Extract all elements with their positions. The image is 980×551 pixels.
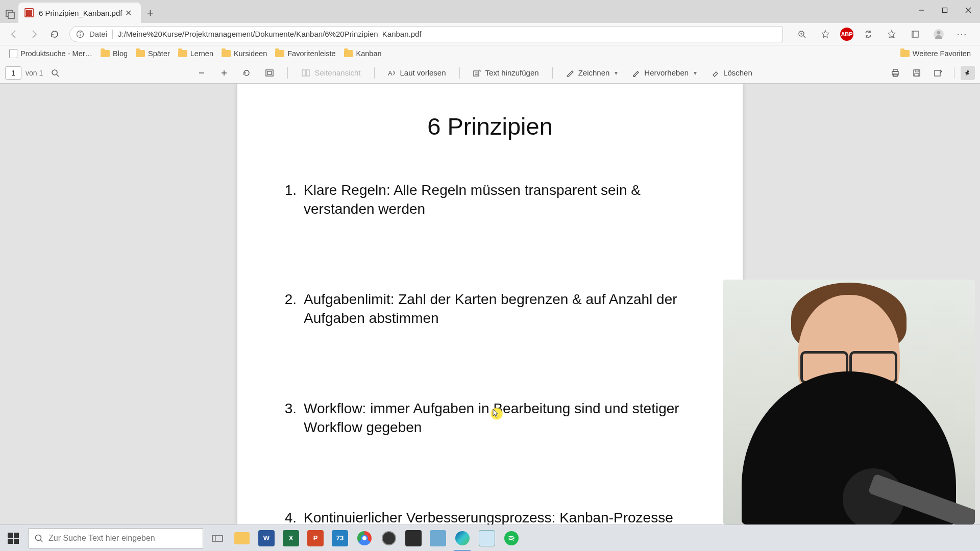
- list-item: 1.Klare Regeln: Alle Regeln müssen trans…: [283, 181, 697, 219]
- page-total: von 1: [26, 69, 43, 77]
- svg-point-17: [937, 31, 941, 34]
- page-icon: [9, 49, 17, 58]
- url-protocol: Datei: [89, 30, 107, 38]
- pdf-toolbar: von 1 Seitenansicht A Laut vorlesen Text…: [0, 62, 980, 84]
- bookmark-item[interactable]: Lernen: [174, 47, 217, 60]
- print-button[interactable]: [886, 65, 905, 81]
- fit-button[interactable]: [260, 66, 279, 80]
- browser-tab[interactable]: 6 Prinzipien_Kanban.pdf ✕: [18, 3, 141, 23]
- folder-icon: [344, 50, 353, 57]
- favorites-icon[interactable]: [883, 26, 900, 43]
- bookmark-item[interactable]: Produktsuche - Mer…: [5, 47, 96, 60]
- taskbar-app-excel[interactable]: X: [279, 525, 303, 552]
- svg-point-40: [36, 535, 41, 540]
- spotify-icon: [504, 531, 519, 545]
- bookmark-label: Favoritenleiste: [287, 49, 335, 58]
- taskbar-app-word[interactable]: W: [254, 525, 279, 552]
- taskbar-app-edge[interactable]: [450, 525, 475, 552]
- new-tab-button[interactable]: +: [141, 7, 159, 20]
- bookmarks-overflow[interactable]: Weitere Favoriten: [896, 47, 975, 60]
- tab-actions-icon[interactable]: [5, 9, 15, 19]
- pdf-page: 6 Prinzipien 1.Klare Regeln: Alle Regeln…: [237, 84, 743, 524]
- erase-button[interactable]: Löschen: [706, 65, 757, 80]
- taskbar-app-explorer[interactable]: [230, 525, 254, 552]
- taskbar-app-spotify[interactable]: [499, 525, 524, 552]
- word-icon: W: [258, 530, 275, 546]
- powerpoint-icon: P: [307, 530, 324, 546]
- app2-icon: [430, 530, 446, 546]
- svg-rect-8: [80, 34, 80, 36]
- back-button[interactable]: [5, 26, 22, 43]
- item-number: 2.: [283, 290, 297, 328]
- collections-icon[interactable]: [906, 26, 924, 43]
- rotate-button[interactable]: [237, 66, 256, 80]
- address-bar[interactable]: Datei J:/Meine%20Kurse/Projektmanagement…: [69, 26, 783, 42]
- start-button[interactable]: [0, 525, 27, 552]
- page-number-input[interactable]: [5, 66, 21, 80]
- bookmarks-overflow-label: Weitere Favoriten: [913, 49, 971, 58]
- highlight-button[interactable]: Hervorheben ▾: [627, 65, 702, 80]
- taskbar-app-eclipse[interactable]: 73: [328, 525, 352, 552]
- bookmark-label: Blog: [113, 49, 128, 58]
- find-button[interactable]: [46, 66, 64, 80]
- bookmark-item[interactable]: Kanban: [340, 47, 386, 60]
- svg-line-19: [57, 74, 59, 77]
- folder-icon: [178, 50, 187, 57]
- reload-button[interactable]: [46, 26, 63, 43]
- svg-point-7: [80, 32, 81, 33]
- taskbar-app-notepad[interactable]: [475, 525, 499, 552]
- pin-toolbar-button[interactable]: [961, 66, 975, 80]
- save-as-button[interactable]: [928, 65, 948, 81]
- pdf-viewport[interactable]: 6 Prinzipien 1.Klare Regeln: Alle Regeln…: [0, 84, 980, 524]
- menu-button[interactable]: ⋯: [953, 26, 971, 43]
- taskbar-app-obs[interactable]: [377, 525, 401, 552]
- chevron-down-icon: ▾: [694, 69, 697, 77]
- bookmark-item[interactable]: Kursideen: [217, 47, 271, 60]
- sync-icon[interactable]: [860, 26, 877, 43]
- bookmark-label: Lernen: [190, 49, 213, 58]
- item-text: Klare Regeln: Alle Regeln müssen transpa…: [304, 181, 697, 219]
- page-view-button[interactable]: Seitenansicht: [296, 65, 365, 80]
- read-aloud-button[interactable]: A Laut vorlesen: [383, 65, 451, 80]
- search-icon: [34, 534, 43, 543]
- adblock-badge[interactable]: ABP: [840, 28, 853, 41]
- document-title: 6 Prinzipien: [258, 112, 722, 140]
- forward-button[interactable]: [26, 26, 43, 43]
- svg-rect-39: [935, 70, 940, 76]
- item-text: Workflow: immer Aufgaben in Bearbeitung …: [304, 399, 697, 437]
- bookmark-label: Später: [148, 49, 170, 58]
- window-close-button[interactable]: [957, 0, 980, 20]
- item-number: 3.: [283, 399, 297, 437]
- taskbar-app-app2[interactable]: [426, 525, 450, 552]
- windows-logo-icon: [8, 533, 19, 544]
- bookmark-label: Produktsuche - Mer…: [20, 49, 92, 58]
- tab-close-button[interactable]: ✕: [122, 6, 135, 20]
- zoom-in-button[interactable]: [215, 66, 233, 80]
- save-button[interactable]: [907, 65, 926, 81]
- svg-rect-38: [915, 73, 919, 76]
- add-text-button[interactable]: Text hinzufügen: [468, 65, 544, 80]
- svg-line-31: [479, 70, 481, 71]
- taskbar-app-app1[interactable]: [401, 525, 426, 552]
- svg-rect-26: [306, 70, 309, 76]
- window-maximize-button[interactable]: [933, 0, 957, 20]
- svg-rect-42: [212, 536, 223, 541]
- bookmark-item[interactable]: Später: [132, 47, 174, 60]
- zoom-icon[interactable]: [793, 26, 811, 43]
- url-path: J:/Meine%20Kurse/Projektmanagement/Dokum…: [118, 30, 422, 38]
- favorites-add-icon[interactable]: [817, 26, 834, 43]
- chrome-icon: [357, 531, 372, 545]
- folder-icon: [900, 50, 910, 57]
- bookmark-item[interactable]: Favoritenleiste: [271, 47, 339, 60]
- taskbar-app-chrome[interactable]: [352, 525, 377, 552]
- task-view-button[interactable]: [205, 525, 230, 552]
- zoom-out-button[interactable]: [192, 66, 211, 80]
- taskbar-app-powerpoint[interactable]: P: [303, 525, 328, 552]
- window-minimize-button[interactable]: [910, 0, 933, 20]
- draw-button[interactable]: Zeichnen ▾: [561, 65, 623, 80]
- bookmark-item[interactable]: Blog: [96, 47, 132, 60]
- taskbar-search[interactable]: Zur Suche Text hier eingeben: [29, 528, 203, 548]
- notepad-icon: [479, 530, 495, 546]
- windows-taskbar: Zur Suche Text hier eingeben WXP73: [0, 524, 980, 551]
- profile-icon[interactable]: [930, 26, 947, 43]
